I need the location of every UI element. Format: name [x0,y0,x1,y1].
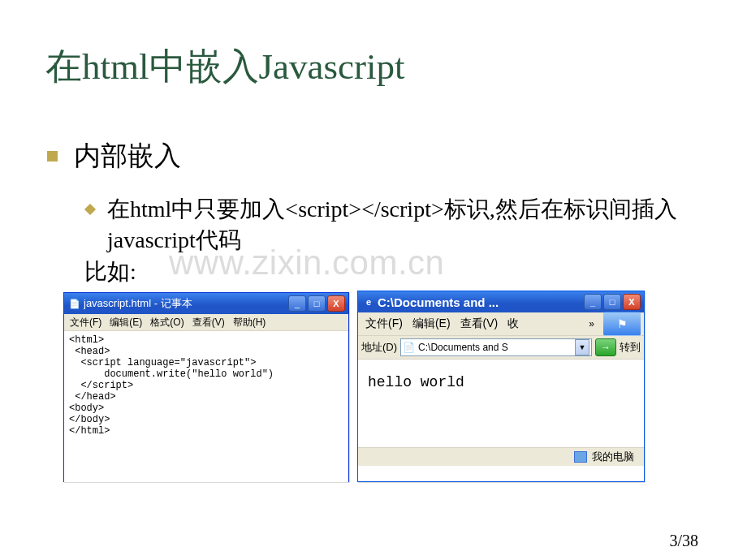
bullet-level-1: 内部嵌入 [47,138,703,174]
file-icon: 📄 [403,342,415,353]
menu-help[interactable]: 帮助(H) [229,314,270,331]
bullet-level-2: 在html中只要加入<script></script>标识,然后在标识间插入ja… [86,194,703,256]
status-text: 我的电脑 [592,450,634,464]
address-value: C:\Documents and S [418,342,508,353]
example-label: 比如: [84,256,136,287]
ie-addressbar: 地址(D) 📄 C:\Documents and S ▼ → 转到 [358,336,644,360]
notepad-window: 📄 javascript.html - 记事本 _ □ X 文件(F) 编辑(E… [63,292,349,482]
ie-flag-icon: ⚑ [603,312,641,336]
bullet-level-1-text: 内部嵌入 [74,138,181,174]
ie-maximize-button[interactable]: □ [603,294,621,310]
slide-title: 在html中嵌入Javascript [45,42,404,91]
maximize-button[interactable]: □ [308,295,326,312]
ie-close-button[interactable]: X [623,294,641,310]
go-arrow-icon: → [601,342,611,353]
ie-menu-fav[interactable]: 收 [503,314,523,334]
ie-menu-edit[interactable]: 编辑(E) [408,314,455,334]
notepad-titlebar[interactable]: 📄 javascript.html - 记事本 _ □ X [64,293,348,314]
ie-window: e C:\Documents and ... _ □ X 文件(F) 编辑(E)… [357,291,645,482]
menu-view[interactable]: 查看(V) [188,314,229,331]
ie-title-text: C:\Documents and ... [378,295,584,309]
notepad-content[interactable]: <html> <head> <script language="javascri… [64,331,348,482]
ie-minimize-button[interactable]: _ [584,294,602,310]
minimize-button[interactable]: _ [288,295,306,312]
ie-menu-file[interactable]: 文件(F) [361,314,407,334]
ie-statusbar: 我的电脑 [358,447,644,466]
ie-icon: e [363,296,374,308]
notepad-menubar: 文件(F) 编辑(E) 格式(O) 查看(V) 帮助(H) [64,314,348,331]
bullet-square-icon [47,151,58,162]
bullet-diamond-icon [84,204,96,215]
menu-overflow-chevron-icon[interactable]: » [585,316,598,332]
slide: 在html中嵌入Javascript 内部嵌入 在html中只要加入<scrip… [0,0,747,560]
ie-window-buttons: _ □ X [584,294,641,310]
menu-edit[interactable]: 编辑(E) [106,314,146,331]
ie-content: hello world [358,360,644,447]
bullet-level-2-text: 在html中只要加入<script></script>标识,然后在标识间插入ja… [107,194,703,256]
ie-menubar: 文件(F) 编辑(E) 查看(V) 收 » ⚑ [358,312,644,336]
ie-titlebar[interactable]: e C:\Documents and ... _ □ X [358,291,644,312]
address-input[interactable]: 📄 C:\Documents and S ▼ [400,338,592,356]
go-button[interactable]: → [595,338,616,356]
close-button[interactable]: X [327,295,345,312]
address-label: 地址(D) [361,340,397,355]
monitor-icon [574,451,587,463]
notepad-icon: 📄 [69,298,80,309]
window-buttons: _ □ X [288,295,345,312]
ie-menu-view[interactable]: 查看(V) [456,314,503,334]
page-number: 3/38 [669,532,698,550]
menu-format[interactable]: 格式(O) [146,314,188,331]
menu-file[interactable]: 文件(F) [66,314,106,331]
notepad-title-text: javascript.html - 记事本 [84,296,288,311]
bullet-list: 内部嵌入 在html中只要加入<script></script>标识,然后在标识… [47,138,703,256]
go-label: 转到 [620,340,641,355]
address-dropdown-icon[interactable]: ▼ [575,339,589,355]
